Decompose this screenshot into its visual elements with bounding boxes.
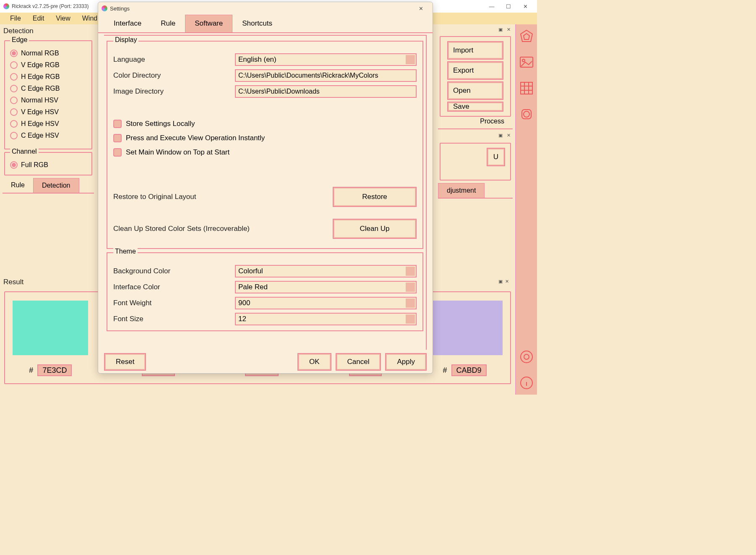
settings-tabs: Interface Rule Software Shortcuts (98, 15, 433, 33)
fontweight-select[interactable]: 900 (235, 297, 417, 309)
ifcolor-select[interactable]: Pale Red (235, 281, 417, 293)
detection-tab-row: Rule Detection (3, 178, 94, 194)
u-button[interactable]: U (487, 148, 505, 166)
import-button[interactable]: Import (447, 41, 503, 60)
channel-option[interactable]: Full RGB (10, 161, 86, 169)
edge-group: Edge Normal RGBV Edge RGBH Edge RGBC Edg… (4, 40, 92, 149)
check-store-locally[interactable]: Store Settings Locally (113, 120, 417, 128)
color-swatch[interactable] (427, 301, 503, 355)
imagedir-label: Image Directory (113, 87, 235, 96)
menu-edit[interactable]: Edit (27, 15, 50, 22)
check-press-execute[interactable]: Press and Execute View Operation Instant… (113, 134, 417, 142)
minimize-button[interactable]: — (483, 0, 500, 12)
panel-float-icon-2[interactable]: ▣ (498, 133, 503, 138)
tab-adjustment[interactable]: djustment (438, 183, 485, 198)
cleanup-label: Clean Up Stored Color Sets (Irrecoverabl… (113, 225, 333, 233)
panel-float-icon[interactable]: ▣ (498, 27, 503, 32)
tab-software[interactable]: Software (185, 15, 232, 32)
adjust-group: U (440, 143, 511, 181)
open-button[interactable]: Open (447, 81, 503, 100)
svg-point-12 (521, 351, 532, 363)
settings-icon[interactable] (519, 349, 534, 364)
display-group: Display Language English (en) Color Dire… (107, 41, 423, 249)
tab-interface[interactable]: Interface (104, 15, 151, 32)
maximize-button[interactable]: ☐ (500, 0, 517, 12)
tab-rule-settings[interactable]: Rule (151, 15, 185, 32)
image-icon[interactable] (519, 55, 534, 70)
edge-option[interactable]: C Edge HSV (10, 132, 86, 139)
panel-close-icon-2[interactable]: ✕ (507, 133, 511, 138)
menu-view[interactable]: View (50, 15, 76, 22)
reset-button[interactable]: Reset (104, 353, 146, 371)
language-label: Language (113, 55, 235, 64)
tab-detection[interactable]: Detection (33, 178, 79, 193)
wheel-icon[interactable] (519, 29, 534, 44)
dialog-icon (102, 5, 107, 11)
theme-legend: Theme (113, 248, 138, 255)
result-item: # 7E3CD (13, 301, 88, 375)
ok-button[interactable]: OK (297, 353, 331, 371)
edge-option[interactable]: H Edge RGB (10, 73, 86, 81)
svg-point-3 (522, 59, 525, 62)
imagedir-input[interactable] (235, 85, 417, 98)
restore-label: Restore to Original Layout (113, 193, 333, 201)
cancel-button[interactable]: Cancel (336, 353, 381, 371)
svg-rect-4 (521, 82, 532, 94)
edge-option[interactable]: V Edge RGB (10, 61, 86, 69)
result-float-icon[interactable]: ▣ (498, 275, 503, 289)
dialog-footer: Reset OK Cancel Apply (98, 351, 433, 373)
bgcolor-select[interactable]: Colorful (235, 265, 417, 278)
info-icon[interactable] (519, 375, 534, 390)
restore-button[interactable]: Restore (333, 187, 417, 207)
cleanup-button[interactable]: Clean Up (333, 219, 417, 239)
save-button[interactable]: Save (447, 102, 503, 112)
channel-legend: Channel (10, 148, 39, 155)
svg-marker-1 (524, 34, 529, 39)
fontsize-label: Font Size (113, 315, 235, 323)
dialog-title: Settings (110, 5, 130, 12)
colordir-input[interactable] (235, 69, 417, 82)
edge-legend: Edge (10, 36, 29, 44)
settings-dialog: Settings ✕ Interface Rule Software Short… (98, 2, 433, 374)
channel-group: Channel Full RGB (4, 152, 92, 175)
panel-close-icon[interactable]: ✕ (507, 27, 511, 32)
shapes-icon[interactable] (519, 107, 534, 122)
edge-option[interactable]: H Edge HSV (10, 120, 86, 128)
process-group: Import Export Open Save (440, 36, 511, 117)
result-close-icon[interactable]: ✕ (505, 275, 514, 289)
ifcolor-label: Interface Color (113, 283, 235, 291)
hex-value[interactable]: CABD9 (451, 364, 487, 376)
close-button[interactable]: ✕ (517, 0, 534, 12)
result-title: Result (0, 275, 27, 289)
fontweight-label: Font Weight (113, 299, 235, 307)
svg-point-10 (524, 111, 529, 117)
theme-group: Theme Background Color Colorful Interfac… (107, 252, 423, 331)
edge-option[interactable]: Normal HSV (10, 97, 86, 104)
display-legend: Display (113, 36, 138, 44)
language-select[interactable]: English (en) (235, 53, 417, 66)
result-item: # CABD9 (427, 301, 503, 375)
menu-file[interactable]: File (4, 15, 27, 22)
apply-button[interactable]: Apply (385, 353, 427, 371)
dialog-title-bar: Settings ✕ (98, 2, 433, 15)
edge-option[interactable]: V Edge HSV (10, 108, 86, 116)
right-toolbar (515, 24, 537, 395)
check-window-top[interactable]: Set Main Window on Top at Start (113, 148, 417, 157)
edge-option[interactable]: C Edge RGB (10, 85, 86, 92)
hex-value[interactable]: 7E3CD (37, 364, 72, 376)
fontsize-select[interactable]: 12 (235, 313, 417, 325)
svg-point-11 (524, 354, 529, 359)
color-swatch[interactable] (13, 301, 88, 355)
colordir-label: Color Directory (113, 71, 235, 80)
tab-shortcuts[interactable]: Shortcuts (232, 15, 282, 32)
bgcolor-label: Background Color (113, 267, 235, 275)
export-button[interactable]: Export (447, 61, 503, 80)
adjust-tab-row: djustment (438, 183, 513, 199)
app-title: Rickrack v2.7.25-pre (Port: 23333) (12, 3, 89, 9)
dialog-close-icon[interactable]: ✕ (412, 3, 429, 14)
app-icon (3, 3, 9, 9)
tab-rule[interactable]: Rule (3, 178, 33, 193)
grid-icon[interactable] (519, 81, 534, 96)
edge-option[interactable]: Normal RGB (10, 50, 86, 57)
